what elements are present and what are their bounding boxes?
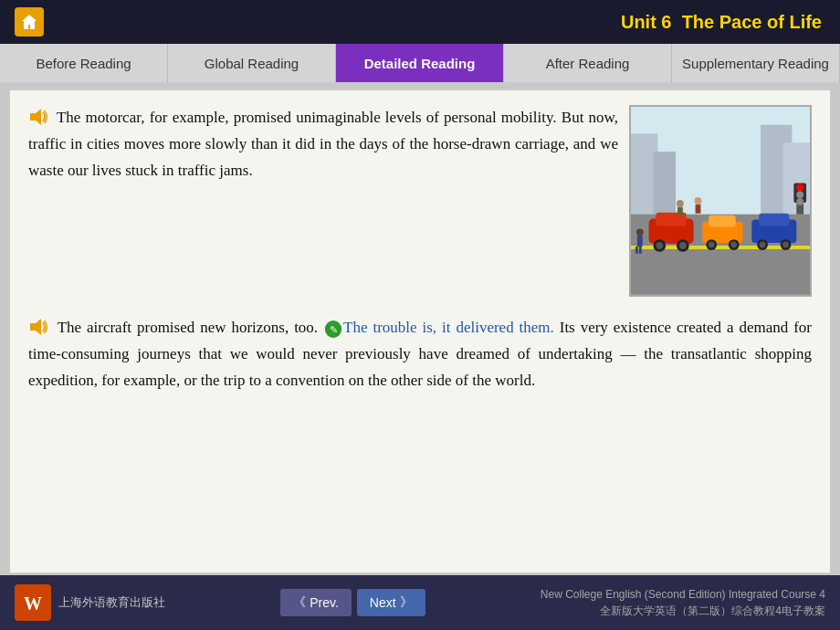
paragraph-2: The aircraft promised new horizons, too.… [28, 315, 812, 394]
unit-title: Unit 6 The Pace of Life [621, 12, 822, 33]
tab-detailed-reading[interactable]: Detailed Reading [336, 44, 504, 82]
svg-rect-27 [637, 236, 643, 247]
svg-point-25 [782, 242, 789, 248]
svg-point-23 [760, 242, 766, 248]
publisher-logo: W [15, 584, 51, 621]
paragraph-1-text: The motorcar, for example, promised unim… [28, 105, 618, 297]
next-button[interactable]: Next 》 [357, 589, 425, 616]
svg-rect-5 [783, 142, 810, 223]
paragraph-1-body: The motorcar, for example, promised unim… [28, 109, 618, 179]
svg-marker-39 [30, 319, 41, 335]
paragraph-1-container: The motorcar, for example, promised unim… [28, 105, 812, 297]
svg-text:✎: ✎ [330, 324, 338, 335]
logo-area: W 上海外语教育出版社 [15, 584, 165, 621]
tab-bar: Before Reading Global Reading Detailed R… [0, 44, 840, 82]
svg-rect-29 [639, 247, 642, 254]
svg-point-13 [679, 242, 687, 249]
tab-supplementary-reading[interactable]: Supplementary Reading [672, 44, 840, 82]
main-content: The motorcar, for example, promised unim… [9, 89, 831, 573]
svg-point-35 [677, 200, 684, 207]
tab-global-reading[interactable]: Global Reading [168, 44, 336, 82]
svg-point-17 [709, 242, 715, 248]
svg-marker-0 [30, 109, 41, 125]
svg-point-37 [695, 197, 702, 205]
bottom-right-info: New College English (Second Edition) Int… [541, 586, 825, 619]
bottom-right-line1: New College English (Second Edition) Int… [541, 586, 825, 603]
svg-rect-36 [677, 207, 683, 216]
svg-point-19 [730, 242, 737, 248]
traffic-image [629, 105, 812, 297]
paragraph-2-before-highlight: The aircraft promised new horizons, too. [58, 319, 319, 336]
prev-button[interactable]: 《 Prev. [280, 589, 352, 616]
svg-rect-28 [635, 247, 638, 254]
next-right-arrow: 》 [400, 594, 413, 611]
bottom-right-line2: 全新版大学英语（第二版）综合教程4电子教案 [541, 603, 825, 619]
svg-point-11 [656, 242, 663, 249]
speaker-icon-1[interactable] [28, 107, 48, 127]
svg-rect-21 [759, 214, 789, 226]
prev-label: Prev. [310, 595, 339, 610]
next-label: Next [370, 595, 396, 610]
paragraph-2-highlight: The trouble is, it delivered them. [343, 319, 554, 336]
home-button[interactable] [15, 7, 44, 37]
speaker-icon-2[interactable] [28, 317, 48, 337]
publisher-name: 上海外语教育出版社 [58, 594, 165, 611]
tab-before-reading[interactable]: Before Reading [0, 44, 168, 82]
svg-rect-15 [709, 215, 735, 227]
svg-point-32 [796, 184, 803, 191]
top-bar: Unit 6 The Pace of Life [0, 0, 840, 44]
prev-left-arrow: 《 [293, 594, 306, 611]
annotation-icon[interactable]: ✎ [325, 320, 341, 337]
svg-point-26 [636, 228, 644, 236]
bottom-bar: W 上海外语教育出版社 《 Prev. Next 》 New College E… [0, 575, 840, 630]
svg-text:W: W [24, 593, 42, 614]
svg-point-33 [796, 191, 803, 198]
tab-after-reading[interactable]: After Reading [504, 44, 672, 82]
svg-rect-38 [696, 205, 701, 214]
nav-buttons: 《 Prev. Next 》 [280, 589, 425, 616]
svg-point-34 [796, 198, 803, 205]
